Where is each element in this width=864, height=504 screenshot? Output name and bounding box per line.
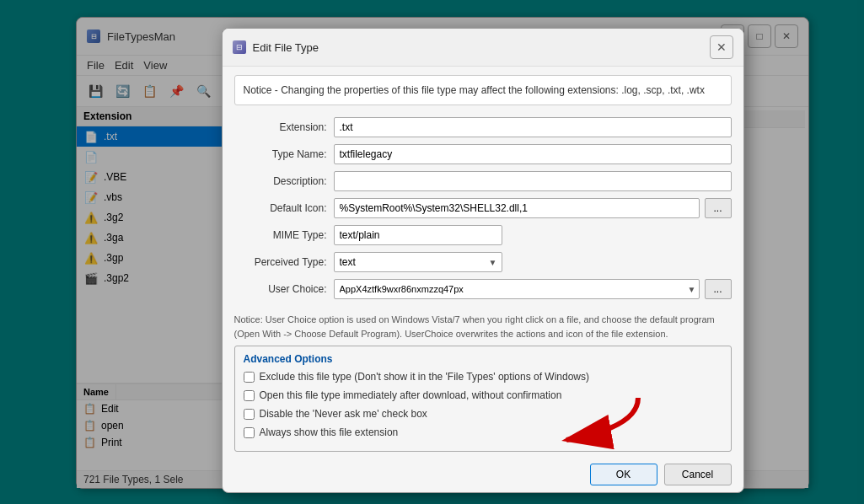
user-choice-notice: Notice: User Choice option is used on Wi…: [234, 313, 732, 340]
checkbox-always-show-label[interactable]: Always show this file extension: [260, 426, 399, 440]
extension-label: Extension:: [234, 121, 327, 133]
checkbox-row-download: Open this file type immediately after do…: [244, 389, 722, 403]
extension-row: Extension:: [234, 117, 732, 137]
user-choice-row: User Choice: AppX4ztfk9wxr86nxmzzq47px ▼…: [234, 279, 732, 299]
type-name-row: Type Name:: [234, 144, 732, 164]
mime-type-label: MIME Type:: [234, 229, 327, 241]
checkbox-disable-never-label[interactable]: Disable the 'Never ask me' check box: [260, 407, 427, 421]
perceived-type-select-wrapper: text audio video image document ▼: [334, 252, 502, 272]
checkbox-disable-never[interactable]: [244, 409, 255, 420]
type-name-label: Type Name:: [234, 148, 327, 160]
perceived-type-row: Perceived Type: text audio video image d…: [234, 252, 732, 272]
modal-notice: Notice - Changing the properties of this…: [234, 75, 732, 105]
checkbox-download-label[interactable]: Open this file type immediately after do…: [260, 389, 562, 403]
extension-input[interactable]: [334, 117, 732, 137]
modal-footer: OK Cancel: [223, 457, 743, 492]
description-row: Description:: [234, 171, 732, 191]
ok-button[interactable]: OK: [590, 464, 657, 485]
cancel-button[interactable]: Cancel: [664, 464, 732, 485]
checkbox-exclude-label[interactable]: Exclude this file type (Don't show it in…: [260, 370, 590, 384]
checkbox-always-show[interactable]: [244, 427, 255, 438]
advanced-options-title: Advanced Options: [244, 353, 722, 365]
perceived-type-select[interactable]: text audio video image document: [334, 252, 502, 272]
user-choice-browse-button[interactable]: ...: [705, 279, 732, 299]
edit-file-type-dialog: Edit File Type ✕ Notice - Changing the p…: [222, 28, 744, 492]
default-icon-input[interactable]: [334, 198, 700, 218]
checkbox-download[interactable]: [244, 390, 255, 401]
default-icon-browse-button[interactable]: ...: [705, 198, 732, 218]
modal-title: Edit File Type: [253, 41, 703, 54]
modal-overlay: Edit File Type ✕ Notice - Changing the p…: [0, 0, 864, 504]
modal-close-button[interactable]: ✕: [710, 35, 733, 59]
perceived-type-label: Perceived Type:: [234, 256, 327, 268]
mime-type-row: MIME Type:: [234, 225, 732, 245]
default-icon-label: Default Icon:: [234, 202, 327, 214]
checkbox-exclude[interactable]: [244, 372, 255, 383]
mime-type-input[interactable]: [334, 225, 502, 245]
checkbox-row-exclude: Exclude this file type (Don't show it in…: [244, 370, 722, 384]
description-input[interactable]: [334, 171, 732, 191]
modal-form: Extension: Type Name: Description: Defau…: [223, 114, 743, 309]
modal-title-icon: [233, 40, 246, 54]
type-name-input[interactable]: [334, 144, 732, 164]
user-choice-group: AppX4ztfk9wxr86nxmzzq47px ▼ ...: [334, 279, 732, 299]
default-icon-row: Default Icon: ...: [234, 198, 732, 218]
user-choice-select-wrapper: AppX4ztfk9wxr86nxmzzq47px ▼: [334, 279, 700, 299]
advanced-options-section: Advanced Options Exclude this file type …: [234, 346, 732, 451]
default-icon-group: ...: [334, 198, 732, 218]
user-choice-select[interactable]: AppX4ztfk9wxr86nxmzzq47px: [334, 279, 700, 299]
checkbox-row-always-show: Always show this file extension: [244, 426, 722, 440]
modal-titlebar: Edit File Type ✕: [223, 29, 743, 67]
description-label: Description:: [234, 175, 327, 187]
checkbox-row-disable-never: Disable the 'Never ask me' check box: [244, 407, 722, 421]
user-choice-label: User Choice:: [234, 283, 327, 295]
